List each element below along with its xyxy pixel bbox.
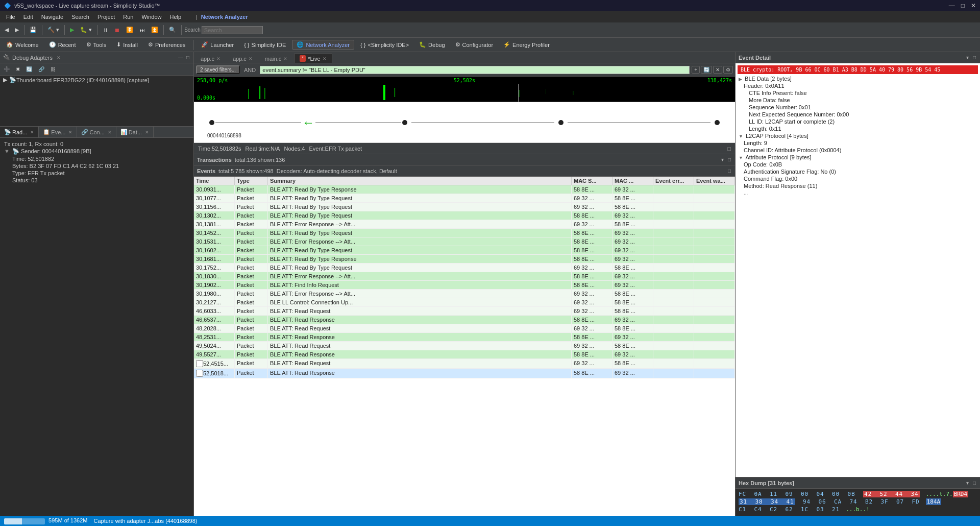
filter-add-button[interactable]: + xyxy=(692,66,700,74)
device-tree-item[interactable]: ▶ 📡 Thunderboard EFR32BG22 (ID:440168898… xyxy=(0,76,193,84)
event-detail-maximize[interactable]: □ xyxy=(972,55,977,60)
table-row[interactable]: 30,0931...PacketBLE ATT: Read By Type Re… xyxy=(194,185,735,194)
debug-button2[interactable]: 🐛 Debug xyxy=(415,40,449,49)
filter-clear-button[interactable]: ✕ xyxy=(713,66,722,74)
table-row[interactable]: 30,1452...PacketBLE ATT: Read By Type Re… xyxy=(194,229,735,237)
checkbox-cell[interactable]: 52,5018... xyxy=(194,369,235,378)
events-maximize[interactable]: □ xyxy=(727,168,732,174)
table-row[interactable]: 30,1980...PacketBLE ATT: Error Response … xyxy=(194,290,735,298)
att-section[interactable]: ▼ Attribute Protocol [9 bytes] xyxy=(737,154,979,161)
step-over-button[interactable]: ⏭ xyxy=(137,26,148,34)
configurator-button[interactable]: ⚙ Configurator xyxy=(451,40,498,49)
ble-data-section[interactable]: ▶ BLE Data [2 bytes] xyxy=(737,75,979,82)
table-row[interactable]: 48,2531...PacketBLE ATT: Read Response58… xyxy=(194,333,735,342)
table-row[interactable]: 52,5018...PacketBLE ATT: Read Response58… xyxy=(194,369,735,378)
tab-radio[interactable]: 📡 Rad... ✕ xyxy=(0,127,39,137)
remove-adapter-button[interactable]: ✖ xyxy=(13,65,22,73)
maximize-node-button[interactable]: □ xyxy=(727,146,731,152)
menu-help[interactable]: Help xyxy=(166,13,186,21)
debug-button[interactable]: 🐛 ▾ xyxy=(78,26,94,34)
connect-button[interactable]: 🔗 xyxy=(36,65,47,73)
table-row[interactable]: 30,1830...PacketBLE ATT: Error Response … xyxy=(194,272,735,281)
table-row[interactable]: 30,1302...PacketBLE ATT: Read By Type Re… xyxy=(194,211,735,220)
close-appc1[interactable]: ✕ xyxy=(216,56,220,61)
hex-maximize[interactable]: □ xyxy=(972,480,977,486)
l2cap-section[interactable]: ▼ L2CAP Protocol [4 bytes] xyxy=(737,132,979,139)
forward-button[interactable]: ▶ xyxy=(12,26,21,34)
table-row[interactable]: 30,1681...PacketBLE ATT: Read By Type Re… xyxy=(194,255,735,264)
table-row[interactable]: 30,1531...PacketBLE ATT: Error Response … xyxy=(194,237,735,246)
th-event-err[interactable]: Event err... xyxy=(653,177,694,185)
event-detail-collapse[interactable]: ▾ xyxy=(965,55,970,60)
launcher-button[interactable]: 🚀 Launcher xyxy=(197,40,238,49)
th-summary[interactable]: Summary xyxy=(268,177,572,185)
back-button[interactable]: ◀ xyxy=(2,26,11,34)
table-row[interactable]: 30,1902...PacketBLE ATT: Find Info Reque… xyxy=(194,281,735,290)
table-row[interactable]: 49,5024...PacketBLE ATT: Read Request69 … xyxy=(194,342,735,350)
close-live[interactable]: ✕ xyxy=(323,56,327,61)
menu-network-analyzer[interactable]: Network Analyzer xyxy=(197,13,252,21)
th-event-warn[interactable]: Event wa... xyxy=(694,177,735,185)
add-adapter-button[interactable]: ➕ xyxy=(1,65,12,73)
refresh-button[interactable]: 🔄 xyxy=(23,65,35,73)
tab-events[interactable]: 📋 Eve... ✕ xyxy=(39,127,77,137)
tab-appc1[interactable]: app.c ✕ xyxy=(195,54,226,63)
preferences-button[interactable]: ⚙ Preferences xyxy=(144,40,189,49)
minimize-button[interactable]: — xyxy=(949,2,955,9)
step-into-button[interactable]: ⏬ xyxy=(124,26,136,34)
table-row[interactable]: 30,1381...PacketBLE ATT: Error Response … xyxy=(194,220,735,229)
table-row[interactable]: 49,5527...PacketBLE ATT: Read Response58… xyxy=(194,350,735,359)
menu-file[interactable]: File xyxy=(2,13,19,21)
table-row[interactable]: 30,1752...PacketBLE ATT: Read By Type Re… xyxy=(194,264,735,272)
menu-search[interactable]: Search xyxy=(67,13,93,21)
tab-appc2[interactable]: app.c ✕ xyxy=(227,54,258,63)
tab-connections[interactable]: 🔗 Con... ✕ xyxy=(77,127,116,137)
install-button[interactable]: ⬇ Install xyxy=(112,40,142,49)
build-button[interactable]: 🔨 ▾ xyxy=(45,26,62,34)
table-row[interactable]: 48,2028...PacketBLE ATT: Read Request69 … xyxy=(194,324,735,333)
step-return-button[interactable]: ⏫ xyxy=(149,26,161,34)
menu-project[interactable]: Project xyxy=(93,13,119,21)
tools-button[interactable]: ⚙ Tools xyxy=(82,40,111,49)
table-row[interactable]: 30,1602...PacketBLE ATT: Read By Type Re… xyxy=(194,246,735,255)
stop-button[interactable]: ⏹ xyxy=(112,26,122,34)
th-mac-s[interactable]: MAC S... xyxy=(572,177,612,185)
saved-filters-button[interactable]: 2 saved filters... xyxy=(196,65,240,74)
maximize-panel-button[interactable]: □ xyxy=(185,55,190,60)
table-row[interactable]: 52,4515...PacketBLE ATT: Read Request69 … xyxy=(194,359,735,369)
menu-edit[interactable]: Edit xyxy=(19,13,37,21)
th-time[interactable]: Time xyxy=(194,177,235,185)
table-row[interactable]: 46,6033...PacketBLE ATT: Read Request69 … xyxy=(194,307,735,316)
table-row[interactable]: 30,1077...PacketBLE ATT: Read By Type Re… xyxy=(194,194,735,203)
tab-live[interactable]: * *Live ✕ xyxy=(294,54,332,63)
timeline-chart[interactable] xyxy=(194,84,735,102)
filter-input[interactable] xyxy=(260,66,690,74)
maximize-button[interactable]: □ xyxy=(961,2,965,9)
th-type[interactable]: Type xyxy=(235,177,268,185)
table-row[interactable]: 30,1156...PacketBLE ATT: Read By Type Re… xyxy=(194,203,735,211)
tab-data[interactable]: 📊 Dat... ✕ xyxy=(116,127,154,137)
menu-navigate[interactable]: Navigate xyxy=(37,13,67,21)
disconnect-button[interactable]: ⛓ xyxy=(48,65,58,73)
simplicity-ide2-button[interactable]: { } <Simplicity IDE> xyxy=(356,41,413,49)
pause-button[interactable]: ⏸ xyxy=(100,26,111,34)
th-mac[interactable]: MAC ... xyxy=(612,177,653,185)
search-global-button[interactable]: 🔍 xyxy=(166,26,179,34)
minimize-panel-button[interactable]: — xyxy=(177,55,184,60)
menu-window[interactable]: Window xyxy=(137,13,165,21)
welcome-button[interactable]: 🏠 Welcome xyxy=(2,40,43,49)
network-analyzer-button[interactable]: 🌐 Network Analyzer xyxy=(292,40,354,50)
transactions-maximize[interactable]: □ xyxy=(727,157,732,162)
hex-collapse[interactable]: ▾ xyxy=(965,480,970,486)
close-mainc[interactable]: ✕ xyxy=(283,56,287,61)
filter-options-button[interactable]: ⚙ xyxy=(723,66,733,74)
filter-refresh-button[interactable]: 🔄 xyxy=(701,66,712,74)
table-row[interactable]: 46,6537...PacketBLE ATT: Read Response58… xyxy=(194,316,735,324)
save-button[interactable]: 💾 xyxy=(27,26,39,34)
tab-mainc[interactable]: main.c ✕ xyxy=(259,54,293,63)
search-input[interactable] xyxy=(202,26,263,34)
transactions-collapse[interactable]: ▾ xyxy=(720,157,725,162)
checkbox-cell[interactable]: 52,4515... xyxy=(194,359,235,368)
recent-button[interactable]: 🕐 Recent xyxy=(45,40,80,49)
close-appc2[interactable]: ✕ xyxy=(249,56,253,61)
